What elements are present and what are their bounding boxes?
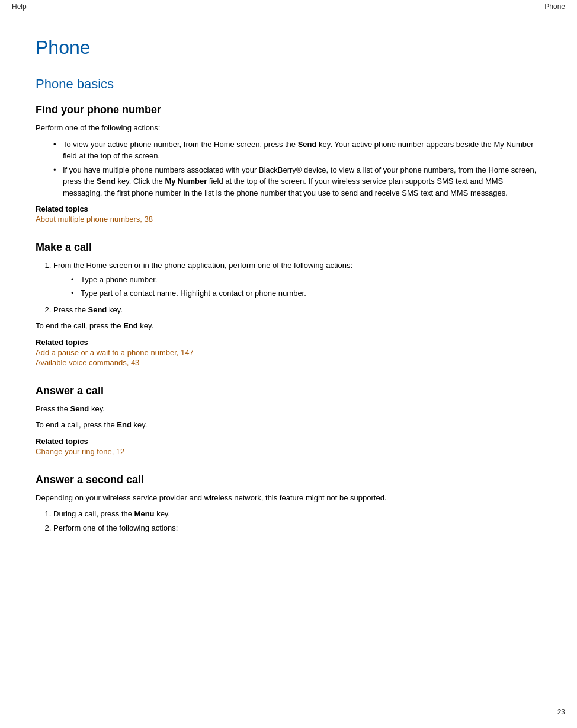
- related-link-ring-tone[interactable]: Change your ring tone, 12: [36, 447, 541, 456]
- section-find-phone-number: Find your phone number Perform one of th…: [36, 104, 541, 223]
- section-answer-second-call: Answer a second call Depending on your w…: [36, 474, 541, 534]
- list-item: From the Home screen or in the phone app…: [53, 260, 541, 299]
- subsection-title-answer-a-call: Answer a call: [36, 385, 541, 397]
- subsection-title-make-a-call: Make a call: [36, 241, 541, 254]
- list-item: Press the Send key.: [53, 304, 541, 316]
- page-header: Help Phone: [0, 0, 577, 13]
- related-link-voice-commands[interactable]: Available voice commands, 43: [36, 358, 541, 367]
- answer-call-intro: Press the Send key.: [36, 403, 541, 415]
- section-title-phone-basics: Phone basics: [36, 76, 541, 92]
- list-item: During a call, press the Menu key.: [53, 508, 541, 520]
- list-item: If you have multiple phone numbers assoc…: [53, 164, 541, 199]
- list-item: Perform one of the following actions:: [53, 522, 541, 534]
- header-right: Phone: [544, 2, 565, 11]
- page-title: Phone: [36, 37, 541, 59]
- make-call-steps: From the Home screen or in the phone app…: [36, 260, 541, 315]
- find-phone-bullets: To view your active phone number, from t…: [36, 139, 541, 199]
- make-call-sub-bullets: Type a phone number. Type part of a cont…: [53, 274, 541, 299]
- related-link-multiple-phone-numbers[interactable]: About multiple phone numbers, 38: [36, 215, 541, 223]
- related-link-pause-wait[interactable]: Add a pause or a wait to a phone number,…: [36, 348, 541, 357]
- answer-second-call-steps: During a call, press the Menu key. Perfo…: [36, 508, 541, 534]
- subsection-title-find-phone-number: Find your phone number: [36, 104, 541, 116]
- main-content: Phone Phone basics Find your phone numbe…: [0, 13, 577, 575]
- related-topics-label-2: Related topics: [36, 338, 541, 347]
- section-answer-a-call: Answer a call Press the Send key. To end…: [36, 385, 541, 456]
- related-topics-label-1: Related topics: [36, 205, 541, 213]
- list-item: To view your active phone number, from t…: [53, 139, 541, 162]
- find-phone-intro: Perform one of the following actions:: [36, 122, 541, 134]
- answer-second-call-intro: Depending on your wireless service provi…: [36, 492, 541, 504]
- list-item: Type part of a contact name. Highlight a…: [71, 288, 541, 299]
- section-make-a-call: Make a call From the Home screen or in t…: [36, 241, 541, 367]
- answer-call-end-note: To end a call, press the End key.: [36, 419, 541, 431]
- header-left: Help: [12, 2, 27, 11]
- subsection-title-answer-second-call: Answer a second call: [36, 474, 541, 486]
- list-item: Type a phone number.: [71, 274, 541, 286]
- page-number: 23: [557, 708, 565, 716]
- make-call-end-note: To end the call, press the End key.: [36, 320, 541, 332]
- related-topics-label-3: Related topics: [36, 437, 541, 446]
